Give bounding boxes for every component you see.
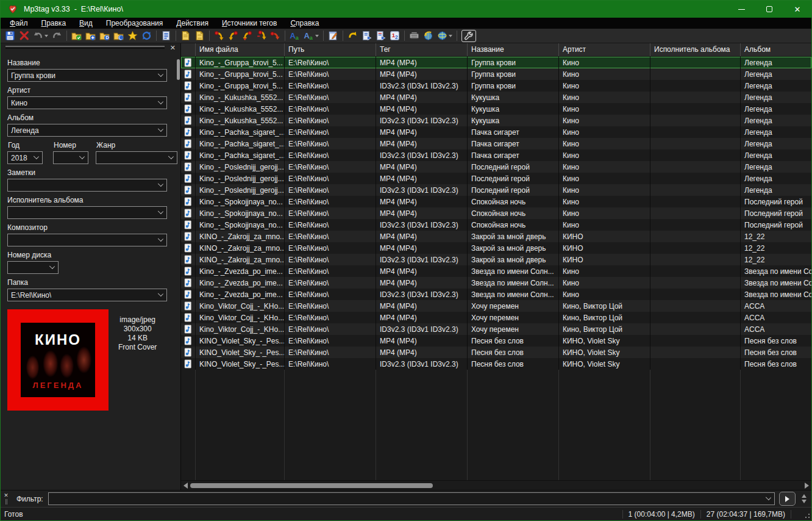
table-row[interactable]: Kino_-_Poslednijj_gerojj... E:\Rel\Кино\…: [181, 173, 811, 184]
filter-spinner[interactable]: [800, 494, 808, 503]
directory-field[interactable]: E:\Rel\Кино\: [7, 289, 167, 301]
filter-close-icon[interactable]: ✕: [4, 493, 9, 498]
column-header-filename[interactable]: Имя файла: [196, 43, 285, 56]
horizontal-scrollbar[interactable]: [181, 480, 811, 490]
playlist-file-button[interactable]: [159, 29, 173, 43]
tag-to-filename-button[interactable]: [226, 29, 240, 43]
menu-actions[interactable]: Действия: [169, 18, 215, 28]
table-row[interactable]: Kino_Viktor_Cojj_-_KHo... E:\Rel\Кино\ M…: [181, 300, 811, 312]
table-row[interactable]: Kino_-_Pachka_sigaret_... E:\Rel\Кино\ M…: [181, 126, 811, 138]
tag-panel-scrollbar[interactable]: [177, 59, 180, 80]
favorite-directories-button[interactable]: [126, 29, 140, 43]
import-button[interactable]: [374, 29, 388, 43]
column-header-title[interactable]: Название: [468, 43, 559, 56]
menu-view[interactable]: Вид: [73, 18, 99, 28]
table-row[interactable]: Kino_-_Gruppa_krovi_5... E:\Rel\Кино\ MP…: [181, 68, 811, 80]
table-row[interactable]: Kino_Viktor_Cojj_-_KHo... E:\Rel\Кино\ M…: [181, 312, 811, 323]
case-conversion-button[interactable]: Aa: [288, 29, 302, 43]
scrollbar-thumb[interactable]: [190, 483, 433, 488]
title-field[interactable]: Группа крови: [7, 69, 167, 82]
filename-to-filename-button[interactable]: [240, 29, 254, 43]
table-row[interactable]: Kino_Viktor_Cojj_-_KHo... E:\Rel\Кино\ I…: [181, 323, 811, 335]
save-tag-file-button[interactable]: [179, 29, 193, 43]
table-row[interactable]: KINO_-_Zakrojj_za_mno... E:\Rel\Кино\ MP…: [181, 231, 811, 242]
maximize-button[interactable]: [755, 1, 783, 18]
recent-directories-button[interactable]: [112, 29, 126, 43]
menu-file[interactable]: Файл: [3, 18, 35, 28]
change-directory-button[interactable]: [69, 29, 84, 43]
web-sources-button[interactable]: [435, 29, 454, 43]
filter-apply-button[interactable]: [779, 492, 796, 506]
open-playlist-button[interactable]: D: [98, 29, 112, 43]
albumartist-field[interactable]: [7, 206, 167, 219]
table-row[interactable]: Kino_-_Zvezda_po_ime... E:\Rel\Кино\ MP4…: [181, 265, 811, 277]
table-row[interactable]: Kino_-_Kukushka_5552... E:\Rel\Кино\ MP4…: [181, 103, 811, 115]
redo-button[interactable]: [50, 29, 64, 43]
table-row[interactable]: Kino_-_Zvezda_po_ime... E:\Rel\Кино\ MP4…: [181, 277, 811, 289]
edit-tag-button[interactable]: [326, 29, 340, 43]
export-button[interactable]: [360, 29, 374, 43]
table-row[interactable]: Kino_-_Gruppa_krovi_5... E:\Rel\Кино\ ID…: [181, 80, 811, 92]
table-row[interactable]: Kino_-_Spokojjnaya_no... E:\Rel\Кино\ MP…: [181, 207, 811, 219]
menu-tag-sources[interactable]: Источники тегов: [215, 18, 283, 28]
filename-to-tag-button[interactable]: [212, 29, 226, 43]
table-row[interactable]: Kino_-_Gruppa_krovi_5... E:\Rel\Кино\ MP…: [181, 57, 811, 68]
table-row[interactable]: KINO_Violet_Sky_-_Pes... E:\Rel\Кино\ MP…: [181, 335, 811, 347]
table-row[interactable]: KINO_Violet_Sky_-_Pes... E:\Rel\Кино\ MP…: [181, 347, 811, 358]
column-header-icon[interactable]: [181, 43, 196, 56]
resize-grip[interactable]: [802, 510, 810, 519]
save-button[interactable]: [3, 29, 17, 43]
table-row[interactable]: Kino_-_Pachka_sigaret_... E:\Rel\Кино\ M…: [181, 138, 811, 149]
table-row[interactable]: Kino_-_Kukushka_5552... E:\Rel\Кино\ ID3…: [181, 115, 811, 126]
menu-help[interactable]: Справка: [283, 18, 326, 28]
table-row[interactable]: KINO_-_Zakrojj_za_mno... E:\Rel\Кино\ MP…: [181, 242, 811, 254]
spin-up-icon[interactable]: [802, 494, 807, 498]
table-row[interactable]: Kino_-_Spokojjnaya_no... E:\Rel\Кино\ MP…: [181, 196, 811, 207]
table-row[interactable]: KINO_-_Zakrojj_za_mno... E:\Rel\Кино\ ID…: [181, 254, 811, 265]
filter-grip[interactable]: [5, 499, 7, 505]
tag-to-tag-button[interactable]: [268, 29, 282, 43]
undo-button[interactable]: [31, 29, 50, 43]
scroll-left-icon[interactable]: [183, 483, 188, 489]
menu-convert[interactable]: Преобразования: [99, 18, 170, 28]
table-row[interactable]: Kino_-_Zvezda_po_ime... E:\Rel\Кино\ ID3…: [181, 289, 811, 300]
table-row[interactable]: Kino_-_Poslednijj_gerojj... E:\Rel\Кино\…: [181, 184, 811, 196]
options-button[interactable]: [460, 29, 478, 43]
remove-tag-button[interactable]: [17, 29, 31, 43]
column-header-albumartist[interactable]: Исполнитель альбома: [650, 43, 741, 56]
tag-sources-button[interactable]: [407, 29, 421, 43]
close-button[interactable]: ✕: [783, 1, 811, 18]
table-row[interactable]: KINO_Violet_Sky_-_Pes... E:\Rel\Кино\ ID…: [181, 358, 811, 370]
filter-input[interactable]: [48, 492, 775, 505]
column-header-artist[interactable]: Артист: [559, 43, 650, 56]
auto-numbering-button[interactable]: [346, 29, 360, 43]
discnumber-field[interactable]: [7, 261, 59, 274]
column-header-album[interactable]: Альбом: [741, 43, 811, 56]
column-header-path[interactable]: Путь: [285, 43, 376, 56]
album-art[interactable]: КИНО ЛЕГЕНДА: [7, 309, 109, 411]
table-row[interactable]: Kino_-_Poslednijj_gerojj... E:\Rel\Кино\…: [181, 161, 811, 173]
refresh-button[interactable]: [140, 29, 154, 43]
spin-down-icon[interactable]: [802, 500, 807, 503]
scroll-right-icon[interactable]: [805, 483, 809, 489]
add-directory-button[interactable]: [84, 29, 98, 43]
table-row[interactable]: Kino_-_Kukushka_5552... E:\Rel\Кино\ MP4…: [181, 92, 811, 103]
freedb-button[interactable]: [421, 29, 435, 43]
numbering-wizard-button[interactable]: 12: [388, 29, 402, 43]
actions-button[interactable]: Aa: [302, 29, 321, 43]
track-field[interactable]: [53, 151, 88, 164]
year-field[interactable]: 2018: [7, 151, 43, 164]
artist-field[interactable]: Кино: [7, 96, 167, 109]
album-field[interactable]: Легенда: [7, 124, 167, 137]
composer-field[interactable]: [7, 234, 167, 246]
load-tag-file-button[interactable]: [193, 29, 207, 43]
minimize-button[interactable]: [727, 1, 755, 18]
menu-edit[interactable]: Правка: [35, 18, 73, 28]
table-row[interactable]: Kino_-_Pachka_sigaret_... E:\Rel\Кино\ I…: [181, 149, 811, 161]
column-header-tag[interactable]: Тег: [376, 43, 468, 56]
table-row[interactable]: Kino_-_Spokojjnaya_no... E:\Rel\Кино\ ID…: [181, 219, 811, 231]
tag-panel-grip[interactable]: [5, 46, 165, 49]
comment-field[interactable]: [7, 179, 167, 192]
text-file-to-tag-button[interactable]: [254, 29, 268, 43]
tag-panel-close-icon[interactable]: ✕: [170, 44, 176, 51]
